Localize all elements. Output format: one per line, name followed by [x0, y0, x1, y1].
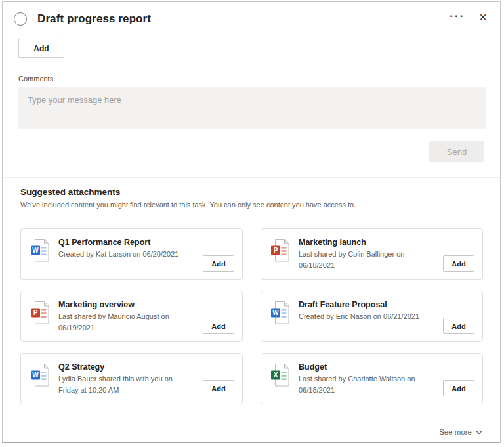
attachment-add-button[interactable]: Add — [203, 318, 234, 334]
attachment-title: Budget — [299, 362, 434, 372]
document-file-icon: W — [270, 301, 290, 328]
svg-text:P: P — [274, 247, 278, 254]
attachment-add-button[interactable]: Add — [443, 255, 474, 272]
close-icon[interactable]: × — [475, 11, 491, 23]
chevron-down-icon — [476, 430, 482, 435]
attachment-title: Q2 Strategy — [58, 362, 194, 372]
send-button[interactable]: Send — [429, 141, 484, 162]
svg-text:P: P — [33, 309, 38, 316]
attachment-card[interactable]: W Q2 Strategy Lydia Bauer shared this wi… — [20, 353, 243, 404]
document-file-icon: P — [30, 301, 50, 328]
attachment-meta: Lydia Bauer shared this with you on Frid… — [58, 373, 194, 395]
page-fold — [285, 240, 289, 244]
more-options-icon[interactable]: ··· — [446, 12, 469, 21]
page-fold — [285, 364, 289, 369]
attachment-add-button[interactable]: Add — [203, 255, 234, 272]
dialog-header: Draft progress report ··· × — [3, 2, 500, 26]
document-file-icon: W — [30, 238, 50, 265]
svg-text:W: W — [32, 247, 39, 254]
attachment-meta: Created by Eric Nason on 06/21/2021 — [299, 311, 419, 322]
see-more-label: See more — [439, 428, 472, 436]
see-more-link[interactable]: See more — [439, 428, 482, 436]
page-fold — [45, 364, 49, 369]
suggested-attachments-subtitle: We've included content you might find re… — [20, 201, 484, 209]
attachment-card[interactable]: X Budget Last shared by Charlotte Waltso… — [261, 353, 483, 404]
attachment-card[interactable]: P Marketing overview Last shared by Maur… — [20, 291, 243, 342]
attachment-grid: W Q1 Performance Report Created by Kat L… — [20, 228, 483, 404]
page-fold — [285, 302, 289, 307]
attachment-title: Marketing launch — [299, 238, 434, 247]
page-fold — [45, 302, 49, 307]
task-complete-circle-icon[interactable] — [14, 12, 27, 26]
attachment-add-button[interactable]: Add — [203, 380, 234, 396]
add-attachment-button[interactable]: Add — [18, 39, 64, 58]
attachment-add-button[interactable]: Add — [443, 380, 474, 396]
attachment-card[interactable]: P Marketing launch Last shared by Colin … — [261, 228, 483, 280]
svg-text:W: W — [272, 309, 279, 316]
comment-input[interactable] — [18, 87, 486, 129]
svg-text:X: X — [274, 372, 278, 379]
attachment-card[interactable]: W Draft Feature Proposal Created by Eric… — [261, 291, 483, 342]
task-dialog: Draft progress report ··· × Add Comments… — [2, 1, 501, 443]
svg-text:W: W — [32, 372, 39, 379]
attachment-title: Q1 Performance Report — [58, 238, 178, 247]
attachment-add-button[interactable]: Add — [443, 318, 474, 334]
document-file-icon: W — [30, 363, 50, 390]
page-fold — [45, 240, 49, 244]
attachment-meta: Last shared by Mauricio August on 06/19/… — [58, 311, 194, 333]
attachment-title: Draft Feature Proposal — [299, 300, 419, 309]
comments-label: Comments — [18, 75, 484, 83]
attachment-meta: Last shared by Colin Ballinger on 06/18/… — [299, 249, 434, 270]
task-title: Draft progress report — [37, 12, 151, 26]
attachment-card[interactable]: W Q1 Performance Report Created by Kat L… — [20, 228, 243, 280]
suggested-attachments-title: Suggested attachments — [20, 187, 484, 197]
divider — [3, 177, 500, 178]
attachment-meta: Last shared by Charlotte Waltson on 06/1… — [299, 373, 434, 395]
document-file-icon: P — [270, 238, 290, 265]
document-file-icon: X — [270, 363, 290, 390]
attachment-meta: Created by Kat Larson on 06/20/2021 — [58, 249, 178, 260]
attachment-title: Marketing overview — [58, 300, 194, 309]
